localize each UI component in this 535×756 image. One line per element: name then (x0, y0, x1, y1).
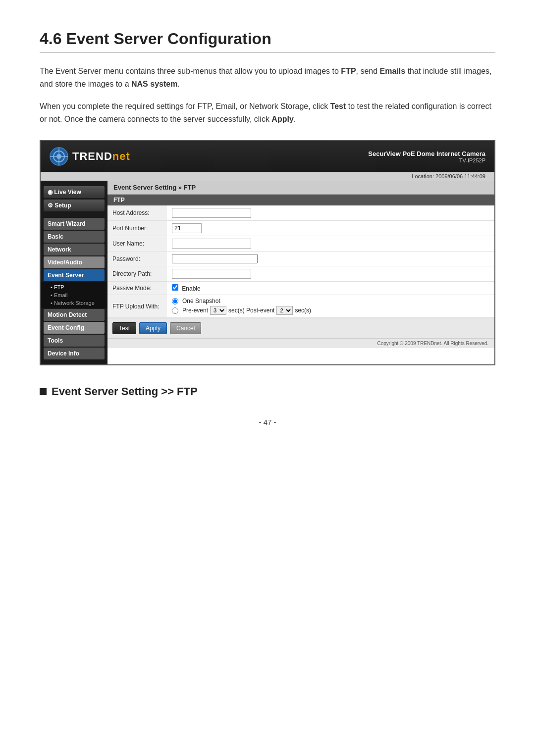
password-label: Password: (107, 252, 167, 266)
bullet-icon (40, 388, 47, 395)
pre-event-radio[interactable] (172, 307, 178, 314)
button-row: Test Apply Cancel (107, 318, 494, 338)
sidebar-live-view-button[interactable]: ◉ Live View (44, 186, 105, 198)
upload-options: One Snapshot Pre-event 1 2 3 4 (172, 298, 489, 315)
post-event-select[interactable]: 1 2 3 4 5 (276, 306, 293, 315)
trendnet-logo: TRENDnet (50, 147, 130, 166)
port-number-input[interactable] (172, 223, 202, 233)
port-number-label: Port Number: (107, 221, 167, 236)
one-snapshot-label: One Snapshot (182, 298, 220, 304)
sidebar-item-video-audio[interactable]: Video/Audio (44, 256, 105, 268)
trendnet-header: TRENDnet SecurView PoE Dome Internet Cam… (41, 141, 494, 172)
camera-model-number: TV-IP252P (368, 157, 485, 163)
password-input[interactable] (172, 254, 258, 263)
sidebar-sub-ftp[interactable]: • FTP (49, 283, 107, 291)
bottom-section-title: Event Server Setting >> FTP (52, 385, 198, 398)
passive-mode-label: Passive Mode: (107, 282, 167, 295)
content-area: Event Server Setting » FTP FTP Host Addr… (107, 181, 494, 364)
passive-mode-enable-text: Enable (182, 285, 200, 292)
port-number-cell (167, 221, 494, 236)
host-address-input[interactable] (172, 208, 251, 218)
ftp-upload-label: FTP Upload With: (107, 295, 167, 318)
sidebar-item-event-server[interactable]: Event Server (44, 269, 105, 281)
ftp-form-table: Host Address: Port Number: User Name: (107, 205, 494, 318)
cancel-button[interactable]: Cancel (170, 322, 201, 334)
sidebar-item-tools[interactable]: Tools (44, 335, 105, 347)
location-value: 2009/06/06 11:44:09 (435, 173, 485, 179)
trendnet-logo-icon (50, 147, 68, 166)
ftp-upload-cell: One Snapshot Pre-event 1 2 3 4 (167, 295, 494, 318)
camera-model: SecurView PoE Dome Internet Camera (368, 150, 485, 157)
passive-mode-cell: Enable (167, 282, 494, 295)
ftp-upload-row: FTP Upload With: One Snapshot Pre-event (107, 295, 494, 318)
content-breadcrumb: Event Server Setting » FTP (107, 181, 494, 195)
event-server-sub-items: • FTP • Email • Network Storage (41, 282, 107, 308)
camera-info: SecurView PoE Dome Internet Camera TV-IP… (368, 150, 485, 163)
sidebar-sub-email[interactable]: • Email (49, 291, 107, 299)
user-name-row: User Name: (107, 236, 494, 252)
apply-button[interactable]: Apply (139, 322, 167, 334)
password-row: Password: (107, 252, 494, 266)
ui-screenshot: TRENDnet SecurView PoE Dome Internet Cam… (40, 140, 495, 365)
test-button[interactable]: Test (112, 322, 136, 334)
host-address-label: Host Address: (107, 205, 167, 221)
section-title-with-bullet: Event Server Setting >> FTP (40, 385, 495, 398)
passive-mode-row: Passive Mode: Enable (107, 282, 494, 295)
user-name-input[interactable] (172, 239, 251, 249)
directory-path-cell (167, 266, 494, 282)
pre-post-event-row: Pre-event 1 2 3 4 5 sec(s) Post-event (172, 306, 489, 315)
directory-path-input[interactable] (172, 269, 251, 279)
host-address-row: Host Address: (107, 205, 494, 221)
port-number-row: Port Number: (107, 221, 494, 236)
passive-mode-checkbox[interactable] (172, 284, 178, 291)
sidebar-item-network[interactable]: Network (44, 244, 105, 255)
location-bar: Location: 2009/06/06 11:44:09 (41, 172, 494, 181)
pre-event-select[interactable]: 1 2 3 4 5 (210, 306, 226, 315)
intro-paragraph-1: The Event Server menu contains three sub… (40, 65, 495, 90)
secs-label: sec(s) Post-event (228, 307, 274, 314)
location-label: Location: (412, 173, 434, 179)
sidebar: ◉ Live View ⚙ Setup Smart Wizard Basic N… (41, 181, 107, 364)
sidebar-setup-button[interactable]: ⚙ Setup (44, 200, 105, 211)
host-address-cell (167, 205, 494, 221)
bottom-section: Event Server Setting >> FTP (40, 385, 495, 398)
sidebar-item-event-config[interactable]: Event Config (44, 322, 105, 334)
ftp-section-header: FTP (107, 195, 494, 205)
secs-label2: sec(s) (295, 307, 311, 314)
copyright-bar: Copyright © 2009 TRENDnet. All Rights Re… (107, 338, 494, 348)
user-name-label: User Name: (107, 236, 167, 252)
sidebar-sub-network-storage[interactable]: • Network Storage (49, 299, 107, 307)
sidebar-item-motion-detect[interactable]: Motion Detect (44, 309, 105, 321)
pre-event-label: Pre-event (182, 307, 208, 314)
main-area: ◉ Live View ⚙ Setup Smart Wizard Basic N… (41, 181, 494, 364)
directory-path-row: Directory Path: (107, 266, 494, 282)
user-name-cell (167, 236, 494, 252)
page-number: - 47 - (40, 418, 495, 426)
sidebar-item-device-info[interactable]: Device Info (44, 348, 105, 359)
intro-paragraph-2: When you complete the required settings … (40, 100, 495, 125)
password-cell (167, 252, 494, 266)
gear-icon: ⚙ (48, 202, 54, 209)
one-snapshot-row: One Snapshot (172, 298, 489, 304)
directory-path-label: Directory Path: (107, 266, 167, 282)
sidebar-item-basic[interactable]: Basic (44, 231, 105, 243)
page-title: 4.6 Event Server Configuration (40, 30, 495, 53)
camera-icon: ◉ (48, 189, 54, 196)
sidebar-item-smart-wizard[interactable]: Smart Wizard (44, 218, 105, 230)
logo-text: TRENDnet (72, 150, 130, 163)
one-snapshot-radio[interactable] (172, 298, 178, 304)
